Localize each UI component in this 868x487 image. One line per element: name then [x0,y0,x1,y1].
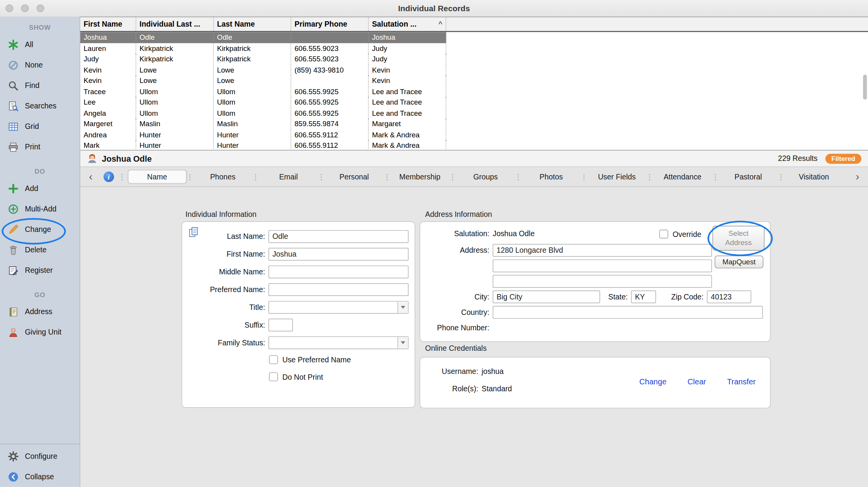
tab[interactable]: Pastoral [719,170,777,184]
cell-individual-last: Lowe [136,75,214,86]
tab-separator: ⋮ [777,173,785,181]
sidebar-item-configure[interactable]: Configure [0,446,80,467]
sidebar-item-change[interactable]: Change [0,219,80,240]
sidebar-item-print[interactable]: Print [0,137,80,157]
middle-name-field[interactable] [268,265,409,278]
tab-segment: Photos ⋮ [522,170,588,184]
table-scrollbar-thumb[interactable] [863,75,867,100]
sidebar-item-giving-unit[interactable]: Giving Unit [0,322,80,342]
username-value: joshua [481,367,504,376]
tab[interactable]: Attendance [653,170,712,184]
credentials-change-link[interactable]: Change [639,377,666,386]
minimize-window-button[interactable] [21,4,29,12]
sidebar-item-register[interactable]: Register [0,260,80,281]
credentials-transfer-link[interactable]: Transfer [727,377,756,386]
address-info-group: Salutation: Joshua Odle Override Select … [420,221,771,342]
suffix-field[interactable] [268,319,293,331]
tab[interactable]: Membership [391,170,449,184]
cell-first-name: Tracee [80,86,136,97]
column-header-salutation[interactable]: Salutation ...^ [369,17,446,31]
table-row[interactable]: Kevin Lowe Lowe Kevin [80,75,446,86]
sidebar-item-delete[interactable]: Delete [0,240,80,260]
sidebar-item-label: Configure [25,452,58,460]
tabs-scroll-left-button[interactable]: ‹ [83,167,98,186]
state-field[interactable] [631,291,656,303]
tab[interactable]: Name [128,170,186,184]
sidebar-item-address[interactable]: Address [0,301,80,322]
tab-separator: ⋮ [515,173,522,181]
tabs-scroll-right-button[interactable]: › [850,167,865,186]
table-row[interactable]: Tracee Ullom Ullom 606.555.9925 Lee and … [80,86,446,97]
close-window-button[interactable] [5,4,13,12]
table-row[interactable]: Mark Hunter Hunter 606.555.9112 Mark & A… [80,140,446,149]
printer-icon [8,141,19,152]
tab[interactable]: Personal [325,170,383,184]
cell-last-name: Lowe [214,64,291,75]
cell-primary-phone: 606.555.9925 [291,97,369,108]
cell-last-name: Kirkpatrick [214,54,291,64]
do-not-print-checkbox[interactable] [269,372,278,381]
sidebar-item-label: None [25,61,43,69]
sidebar-item-add[interactable]: Add [0,178,80,199]
zoom-window-button[interactable] [37,4,44,12]
tab[interactable]: Phones [193,170,252,184]
sidebar-item-grid[interactable]: Grid [0,116,80,137]
address-line3-field[interactable] [493,275,712,288]
last-name-field[interactable] [268,230,409,243]
sidebar-item-label: Address [25,308,53,316]
results-count: 229 Results [778,154,817,163]
info-tab[interactable]: i ⋮ [103,171,125,182]
mapquest-button[interactable]: MapQuest [715,255,763,268]
preferred-name-field[interactable] [268,283,409,296]
cell-primary-phone: 859.555.9874 [291,118,369,129]
city-field[interactable] [493,291,600,303]
cell-salutation: Kevin [369,64,446,75]
tab-segment: Pastoral ⋮ [719,170,785,184]
cell-primary-phone: 606.555.9925 [291,86,369,97]
family-status-dropdown[interactable] [268,337,409,349]
table-row[interactable]: Lauren Kirkpatrick Kirkpatrick 606.555.9… [80,43,446,54]
asterisk-icon [8,39,19,50]
use-preferred-name-checkbox[interactable] [269,355,278,364]
country-field[interactable] [493,306,763,319]
tab[interactable]: Groups [456,170,515,184]
address-line2-field[interactable] [493,259,712,272]
filtered-badge[interactable]: Filtered [825,154,861,164]
table-row[interactable]: Kevin Lowe Lowe (859) 433-9810 Kevin [80,64,446,75]
table-row[interactable]: Margeret Maslin Maslin 859.555.9874 Marg… [80,118,446,129]
credentials-clear-link[interactable]: Clear [688,377,706,386]
table-row[interactable]: Judy Kirkpatrick Kirkpatrick 606.555.902… [80,54,446,64]
cell-individual-last: Ullom [136,97,214,108]
cell-salutation: Judy [369,43,446,54]
tab[interactable]: Visitation [785,170,843,184]
tab[interactable]: Email [259,170,317,184]
zip-code-field[interactable] [707,291,751,303]
cell-first-name: Angela [80,108,136,118]
table-row[interactable]: Andrea Hunter Hunter 606.555.9112 Mark &… [80,129,446,140]
sidebar-item-collapse[interactable]: Collapse [0,467,80,487]
table-row[interactable]: Lee Ullom Ullom 606.555.9925 Lee and Tra… [80,97,446,108]
title-dropdown[interactable] [268,301,409,314]
column-header-last-name[interactable]: Last Name [214,17,291,31]
info-icon[interactable]: i [103,171,114,182]
person-icon [8,327,19,338]
cell-salutation: Lee and Tracee [369,86,446,97]
table-row[interactable]: Joshua Odle Odle Joshua [80,32,446,43]
override-checkbox[interactable] [659,230,668,238]
sidebar-item-all[interactable]: All [0,34,80,55]
address-line1-field[interactable] [493,244,712,257]
first-name-field[interactable] [268,248,409,260]
table-row[interactable]: Angela Ullom Ullom 606.555.9925 Lee and … [80,108,446,118]
tab[interactable]: User Fields [588,170,646,184]
record-name: Joshua Odle [102,154,152,163]
column-header-primary-phone[interactable]: Primary Phone [291,17,369,31]
sidebar-section-do: DO [0,165,80,178]
select-address-button[interactable]: Select Address [712,226,765,251]
sidebar-item-none[interactable]: None [0,55,80,75]
sidebar-item-searches[interactable]: Searches [0,96,80,116]
tab[interactable]: Photos [522,170,580,184]
sidebar-item-multi-add[interactable]: Multi-Add [0,199,80,219]
column-header-first-name[interactable]: First Name [80,17,136,31]
column-header-individual-last[interactable]: Individual Last ... [136,17,214,31]
sidebar-item-find[interactable]: Find [0,75,80,96]
